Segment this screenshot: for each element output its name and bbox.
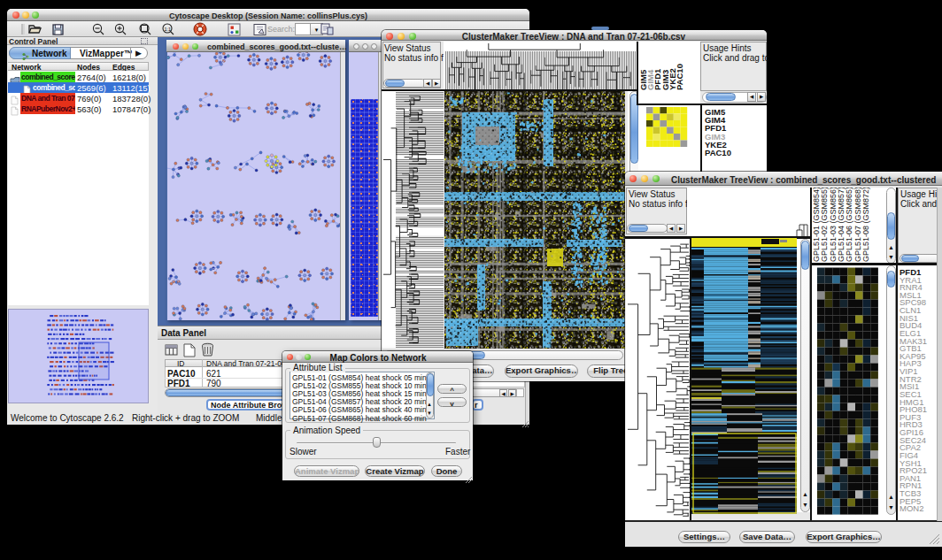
svg-text:PAC10: PAC10 <box>675 64 684 90</box>
svg-text:GPL51-08 (GSM872): GPL51-08 (GSM872) <box>861 188 870 262</box>
svg-text:1:1: 1:1 <box>165 27 172 32</box>
